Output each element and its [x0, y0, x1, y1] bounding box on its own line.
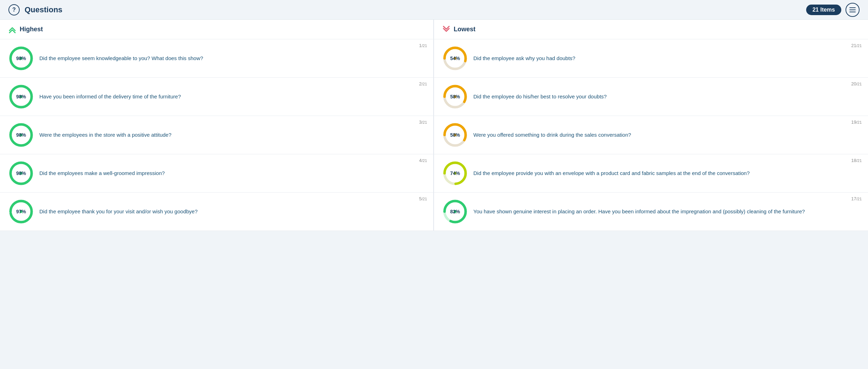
lowest-item-row: 58% Did the employee do his/her best to …	[434, 78, 868, 116]
question-text: Were the employees in the store with a p…	[39, 131, 425, 139]
lowest-item-row: 54% Did the employee ask why you had dou…	[434, 39, 868, 78]
highest-item-row: 97% Did the employee thank you for your …	[0, 193, 434, 231]
items-count-badge: 21 Items	[806, 5, 841, 15]
lowest-item-row: 58% Were you offered something to drink …	[434, 116, 868, 154]
lowest-label: Lowest	[454, 26, 475, 33]
donut-chart: 58%	[442, 122, 468, 148]
donut-chart: 98%	[8, 161, 34, 186]
lowest-section-header: Lowest	[434, 20, 868, 39]
percent-label: 54%	[450, 56, 460, 61]
question-text: You have shown genuine interest in placi…	[473, 208, 860, 215]
donut-chart: 97%	[8, 199, 34, 224]
percent-label: 98%	[16, 170, 26, 176]
rank-label: 17/21	[851, 196, 862, 201]
rank-label: 5/21	[419, 196, 427, 201]
percent-label: 97%	[16, 209, 26, 214]
highest-section-header: Highest	[0, 20, 434, 39]
rank-label: 21/21	[851, 43, 862, 48]
help-icon[interactable]: ?	[8, 4, 20, 15]
main-content: Highest Lowest 98% Did the employee seem…	[0, 20, 868, 231]
header-left: ? Questions	[8, 4, 806, 15]
rank-label: 4/21	[419, 158, 427, 163]
menu-line-1	[849, 7, 856, 8]
percent-label: 98%	[16, 94, 26, 99]
highest-item-row: 98% Did the employees make a well-groome…	[0, 154, 434, 193]
percent-label: 58%	[450, 94, 460, 99]
question-text: Have you been informed of the delivery t…	[39, 93, 425, 101]
highest-item-row: 98% Did the employee seem knowledgeable …	[0, 39, 434, 78]
rank-label: 3/21	[419, 119, 427, 125]
question-text: Were you offered something to drink duri…	[473, 131, 860, 139]
question-text: Did the employee seem knowledgeable to y…	[39, 54, 425, 62]
menu-line-3	[849, 12, 856, 12]
donut-chart: 98%	[8, 46, 34, 71]
percent-label: 82%	[450, 209, 460, 214]
percent-label: 58%	[450, 132, 460, 138]
donut-chart: 74%	[442, 161, 468, 186]
percent-label: 74%	[450, 170, 460, 176]
percent-label: 98%	[16, 56, 26, 61]
rank-label: 2/21	[419, 81, 427, 86]
rank-label: 19/21	[851, 119, 862, 125]
chevron-down-icon	[442, 25, 450, 33]
question-text: Did the employee ask why you had doubts?	[473, 54, 860, 62]
highest-item-row: 98% Were the employees in the store with…	[0, 116, 434, 154]
donut-chart: 98%	[8, 84, 34, 109]
lowest-item-row: 82% You have shown genuine interest in p…	[434, 193, 868, 231]
question-text: Did the employees make a well-groomed im…	[39, 169, 425, 177]
donut-chart: 82%	[442, 199, 468, 224]
menu-button[interactable]	[846, 3, 860, 17]
header: ? Questions 21 Items	[0, 0, 868, 20]
rank-label: 20/21	[851, 81, 862, 86]
donut-chart: 54%	[442, 46, 468, 71]
page-title: Questions	[25, 5, 63, 14]
rank-label: 1/21	[419, 43, 427, 48]
rank-label: 18/21	[851, 158, 862, 163]
question-text: Did the employee thank you for your visi…	[39, 208, 425, 215]
question-text: Did the employee provide you with an env…	[473, 169, 860, 177]
lowest-item-row: 74% Did the employee provide you with an…	[434, 154, 868, 193]
highest-item-row: 98% Have you been informed of the delive…	[0, 78, 434, 116]
highest-label: Highest	[20, 26, 43, 33]
percent-label: 98%	[16, 132, 26, 138]
header-right: 21 Items	[806, 3, 860, 17]
donut-chart: 98%	[8, 122, 34, 148]
question-text: Did the employee do his/her best to reso…	[473, 93, 860, 101]
donut-chart: 58%	[442, 84, 468, 109]
chevron-up-icon	[8, 25, 16, 33]
menu-line-2	[849, 9, 856, 10]
